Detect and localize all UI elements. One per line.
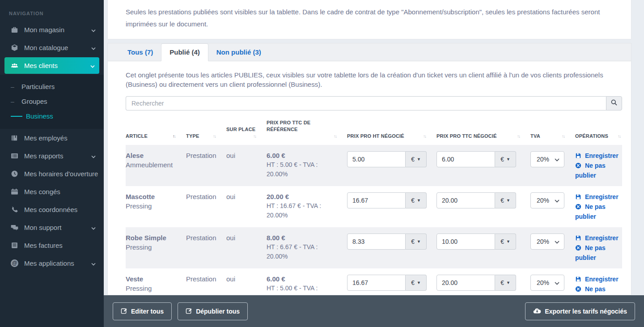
sidebar-item-mes-conges[interactable]: Mes congés [0, 183, 104, 200]
caret-down-icon: ▼ [417, 280, 421, 285]
sort-icon[interactable]: ↑↓ [514, 133, 520, 140]
operations-cell: Enregistrer Ne pas publier [575, 151, 622, 180]
sur-place-value: oui [226, 151, 267, 160]
search-button[interactable] [606, 96, 622, 110]
sidebar-item-mes-factures[interactable]: Mes factures [0, 236, 104, 254]
sidebar-item-business[interactable]: Business [0, 109, 104, 123]
edit-all-label: Editer tous [131, 308, 164, 315]
chevron-down-icon [91, 44, 96, 51]
article-name: Veste [126, 274, 174, 284]
tva-select[interactable]: 20% [530, 234, 564, 250]
ttc-negocie-cell: €▼ [436, 233, 530, 250]
sort-icon[interactable]: ↑↓ [250, 133, 256, 140]
search-input[interactable] [126, 96, 606, 110]
ht-negocie-input[interactable] [347, 275, 406, 291]
article-cell: Alese Ammeublement [126, 151, 186, 170]
ttc-negocie-input[interactable] [436, 234, 495, 250]
sidebar-item-mes-horaires[interactable]: Mes horaires d'ouverture [0, 165, 104, 183]
article-category: Pressing [126, 285, 152, 292]
list-icon [11, 152, 18, 160]
currency-dropdown-button[interactable]: €▼ [495, 151, 516, 167]
sidebar-item-mes-rapports[interactable]: Mes rapports [0, 147, 104, 165]
currency-dropdown-button[interactable]: €▼ [406, 275, 427, 291]
save-link[interactable]: Enregistrer [575, 193, 619, 200]
ref-price-ttc: 6.00 € [267, 151, 335, 160]
tva-cell: 20% [530, 151, 575, 167]
tab-non-publie[interactable]: Non publié (3) [208, 44, 269, 61]
currency-label: € [411, 238, 415, 245]
table-row: Robe Simple Pressing Prestation oui 8.00… [126, 227, 622, 268]
unpublish-link[interactable]: Ne pas publier [575, 244, 606, 261]
column-header: PRIX PRO TTC NÉGOCIÉ [436, 133, 497, 140]
sidebar-item-groupes[interactable]: – Groupes [0, 94, 104, 109]
tva-select[interactable]: 20% [530, 192, 564, 208]
sidebar-item-mes-coordonnees[interactable]: Mes coordonnées [0, 200, 104, 218]
ref-price-detail: HT : 6.67 € - TVA : 20.00% [267, 242, 335, 261]
main-content: Seules les prestations publiées sont vis… [104, 0, 644, 327]
sidebar-item-particuliers[interactable]: – Particuliers [0, 79, 104, 94]
sidebar-item-mon-catalogue[interactable]: Mon catalogue [0, 38, 104, 56]
export-label: Exporter les tarifs négociés [545, 308, 627, 315]
ht-negocie-input[interactable] [347, 151, 406, 167]
save-label: Enregistrer [583, 193, 619, 200]
tva-value: 20% [537, 278, 549, 288]
ref-price-detail: HT : 5.00 € - TVA : 20.00% [267, 160, 335, 179]
tva-select[interactable]: 20% [530, 151, 564, 167]
chevron-down-icon [91, 26, 96, 34]
caret-down-icon: ▼ [506, 280, 510, 285]
save-link[interactable]: Enregistrer [575, 234, 619, 242]
sort-icon[interactable]: ↑↓ [170, 133, 175, 140]
chevron-down-icon [90, 62, 95, 69]
unpublish-link[interactable]: Ne pas publier [575, 162, 606, 179]
currency-label: € [411, 197, 415, 204]
edit-all-button[interactable]: Editer tous [113, 302, 172, 320]
sort-icon[interactable]: ↑↓ [331, 133, 336, 140]
sort-icon[interactable]: ↑↓ [615, 133, 620, 140]
sidebar-item-mes-applications[interactable]: @ Mes applications [0, 254, 104, 272]
export-button[interactable]: Exporter les tarifs négociés [525, 302, 635, 320]
save-link[interactable]: Enregistrer [575, 276, 619, 283]
submenu-item-label: Particuliers [21, 83, 55, 90]
currency-dropdown-button[interactable]: €▼ [406, 151, 427, 167]
unpublish-all-button[interactable]: Dépublier tous [178, 302, 248, 320]
article-category: Pressing [126, 243, 152, 251]
sidebar-item-mes-clients[interactable]: Mes clients [4, 57, 99, 74]
sort-icon[interactable]: ↑↓ [559, 133, 564, 140]
ref-price-ttc: 8.00 € [267, 233, 335, 242]
ttc-negocie-input[interactable] [436, 275, 495, 291]
sort-icon[interactable]: ↑↓ [420, 133, 426, 140]
ht-negocie-input[interactable] [347, 234, 406, 250]
unpublish-link[interactable]: Ne pas publier [575, 285, 606, 295]
operations-cell: Enregistrer Ne pas publier [575, 274, 622, 295]
tab-publie[interactable]: Publié (4) [161, 43, 208, 61]
sidebar-item-mes-employes[interactable]: Mes employés [0, 129, 104, 147]
sidebar-item-mon-magasin[interactable]: Mon magasin [0, 21, 104, 38]
search-icon [610, 99, 618, 108]
currency-dropdown-button[interactable]: €▼ [495, 192, 516, 208]
tva-select[interactable]: 20% [530, 275, 564, 291]
unpublish-link[interactable]: Ne pas publier [575, 203, 606, 220]
ht-negocie-input[interactable] [347, 192, 406, 208]
ht-negocie-cell: €▼ [347, 151, 436, 167]
currency-dropdown-button[interactable]: €▼ [495, 234, 516, 250]
article-category: Pressing [126, 202, 152, 210]
sidebar-item-label: Mes rapports [24, 152, 89, 160]
sidebar-item-label: Mon catalogue [24, 44, 89, 51]
sidebar-item-label: Mes employés [24, 134, 96, 142]
currency-dropdown-button[interactable]: €▼ [495, 275, 516, 291]
sort-icon[interactable]: ↑↓ [210, 133, 216, 140]
article-category: Ammeublement [126, 161, 173, 169]
tab-tous[interactable]: Tous (7) [119, 44, 161, 61]
sur-place-value: oui [226, 274, 267, 284]
save-link[interactable]: Enregistrer [575, 152, 619, 159]
save-label: Enregistrer [583, 152, 619, 159]
ttc-negocie-input[interactable] [436, 151, 495, 167]
currency-dropdown-button[interactable]: €▼ [406, 192, 427, 208]
sidebar-item-mon-support[interactable]: Mon support [0, 218, 104, 236]
ttc-negocie-input[interactable] [436, 192, 495, 208]
submenu-item-label: Business [26, 112, 53, 120]
cloud-download-icon [533, 307, 541, 315]
table-row: Veste Pressing Prestation oui 6.00 € HT … [126, 268, 622, 295]
save-label: Enregistrer [583, 234, 619, 242]
currency-dropdown-button[interactable]: €▼ [406, 234, 427, 250]
